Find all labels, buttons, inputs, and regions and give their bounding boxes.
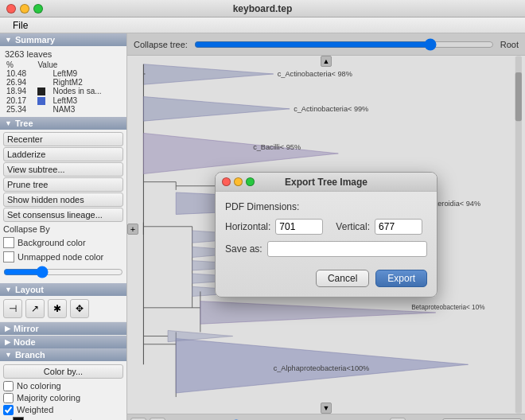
- as-no-count-row: as no count: [0, 416, 126, 420]
- background-color-swatch[interactable]: [3, 237, 14, 248]
- layout-icon-1[interactable]: ⊣: [3, 299, 22, 318]
- layout-icon-2[interactable]: ↗: [25, 299, 45, 318]
- recenter-button[interactable]: Recenter: [3, 132, 123, 146]
- export-button[interactable]: Export: [375, 270, 427, 287]
- tree-slider[interactable]: [3, 266, 123, 278]
- layout-icon-3[interactable]: ✱: [48, 299, 67, 318]
- show-hidden-nodes-button[interactable]: Show hidden nodes: [3, 192, 123, 207]
- export-dialog: Export Tree Image PDF Dimensions: Horizo…: [215, 172, 438, 298]
- layout-icon-4[interactable]: ✥: [70, 299, 89, 318]
- background-color-label: Background color: [18, 238, 86, 247]
- pdf-dimensions-row: PDF Dimensions:: [225, 201, 427, 212]
- tree-section: Recenter Ladderize View subtree... Prune…: [0, 130, 126, 283]
- dialog-max-button[interactable]: [246, 177, 255, 186]
- summary-label: Summary: [15, 35, 55, 45]
- dimensions-inputs-row: Horizontal: Vertical:: [225, 219, 427, 235]
- node-arrow-icon: ▶: [5, 338, 10, 346]
- layout-section: ⊣ ↗ ✱ ✥: [0, 296, 126, 321]
- no-coloring-row: No coloring: [0, 380, 126, 392]
- vertical-label: Vertical:: [336, 221, 370, 232]
- branch-section: Color by... No coloring Majority colorin…: [0, 361, 126, 420]
- save-as-input[interactable]: [267, 241, 427, 257]
- menu-bar: File: [0, 18, 525, 33]
- summary-arrow-icon: ▼: [5, 36, 12, 44]
- majority-coloring-row: Majority coloring: [0, 392, 126, 404]
- vertical-input[interactable]: [375, 219, 422, 235]
- no-coloring-label: No coloring: [17, 381, 61, 391]
- layout-arrow-icon: ▼: [5, 286, 12, 294]
- leaves-count: 3263 leaves: [5, 49, 122, 59]
- stat-percent: 26.94: [5, 78, 36, 87]
- dialog-close-button[interactable]: [222, 177, 231, 186]
- value-col-header: Value: [36, 60, 122, 69]
- dialog-footer: Cancel Export: [225, 266, 427, 287]
- minimize-button[interactable]: [20, 4, 29, 14]
- unmapped-color-swatch[interactable]: [3, 251, 14, 262]
- prune-tree-button[interactable]: Prune tree: [3, 177, 123, 192]
- branch-header[interactable]: ▼ Branch: [0, 348, 126, 361]
- unmapped-node-color-row: Unmapped node color: [0, 250, 126, 264]
- view-subtree-button[interactable]: View subtree...: [3, 162, 123, 177]
- stat-percent: 18.94: [5, 87, 36, 95]
- dialog-title: Export Tree Image: [285, 177, 368, 188]
- left-panel: ▼ Summary 3263 leaves % Value 10.48LeftM…: [0, 33, 127, 420]
- collapse-by-label: Collapse By: [3, 224, 50, 234]
- layout-header[interactable]: ▼ Layout: [0, 283, 126, 296]
- save-as-row: Save as:: [225, 241, 427, 257]
- pdf-dimensions-label: PDF Dimensions:: [225, 201, 299, 212]
- close-button[interactable]: [6, 4, 16, 14]
- stat-label: LeftM3: [51, 95, 122, 104]
- dialog-min-button[interactable]: [234, 177, 243, 186]
- mirror-row[interactable]: ▶ Mirror: [0, 322, 126, 335]
- stat-label: Nodes in sa...: [51, 87, 122, 95]
- stat-label: NAM3: [51, 105, 122, 114]
- ladderize-button[interactable]: Ladderize: [3, 147, 123, 161]
- dialog-body: PDF Dimensions: Horizontal: Vertical: Sa…: [216, 192, 437, 297]
- stat-percent: 25.34: [5, 105, 36, 114]
- weighted-row: Weighted: [0, 404, 126, 416]
- right-panel: Collapse tree: Root ▲ c_Actinobacteria< …: [127, 33, 525, 420]
- dialog-titlebar: Export Tree Image: [216, 173, 437, 192]
- stat-swatch-cell: [36, 78, 51, 87]
- majority-coloring-label: Majority coloring: [17, 393, 80, 402]
- set-consensus-button[interactable]: Set consensus lineage...: [3, 208, 123, 222]
- branch-label: Branch: [15, 350, 45, 360]
- table-row: 20.17LeftM3: [5, 95, 122, 104]
- dialog-window-controls[interactable]: [222, 177, 255, 186]
- stat-swatch-cell: [36, 87, 51, 95]
- branch-arrow-icon: ▼: [5, 351, 12, 359]
- stat-swatch-cell: [36, 105, 51, 114]
- table-row: 26.94RightM2: [5, 78, 122, 87]
- window-title: keyboard.tep: [233, 3, 293, 14]
- node-row[interactable]: ▶ Node: [0, 336, 126, 348]
- background-color-row: Background color: [0, 235, 126, 250]
- no-coloring-checkbox[interactable]: [3, 381, 14, 391]
- color-by-button[interactable]: Color by...: [3, 364, 123, 379]
- horizontal-input[interactable]: [275, 219, 323, 235]
- layout-icons-row: ⊣ ↗ ✱ ✥: [0, 298, 126, 320]
- stat-percent: 20.17: [5, 95, 36, 104]
- cancel-button[interactable]: Cancel: [316, 270, 369, 287]
- node-label: Node: [14, 337, 36, 347]
- weighted-label: Weighted: [17, 405, 53, 414]
- menu-file[interactable]: File: [6, 18, 34, 33]
- tree-slider-row: [0, 264, 126, 282]
- mirror-arrow-icon: ▶: [5, 325, 10, 332]
- title-bar: keyboard.tep: [0, 0, 525, 18]
- stat-color-swatch: [37, 88, 45, 95]
- save-as-label: Save as:: [225, 243, 262, 255]
- weighted-checkbox[interactable]: [3, 405, 14, 415]
- stat-color-swatch: [37, 97, 45, 105]
- mirror-label: Mirror: [14, 324, 39, 333]
- tree-arrow-icon: ▼: [5, 119, 12, 127]
- window-controls[interactable]: [6, 4, 43, 14]
- stat-swatch-cell: [36, 95, 51, 104]
- stat-label: RightM2: [51, 78, 122, 87]
- maximize-button[interactable]: [33, 4, 43, 14]
- stat-label: LeftM9: [51, 69, 122, 78]
- summary-header[interactable]: ▼ Summary: [0, 33, 126, 46]
- majority-coloring-checkbox[interactable]: [3, 393, 14, 403]
- tree-header[interactable]: ▼ Tree: [0, 117, 126, 130]
- table-row: 10.48LeftM9: [5, 69, 122, 78]
- as-no-count-swatch[interactable]: [13, 417, 24, 420]
